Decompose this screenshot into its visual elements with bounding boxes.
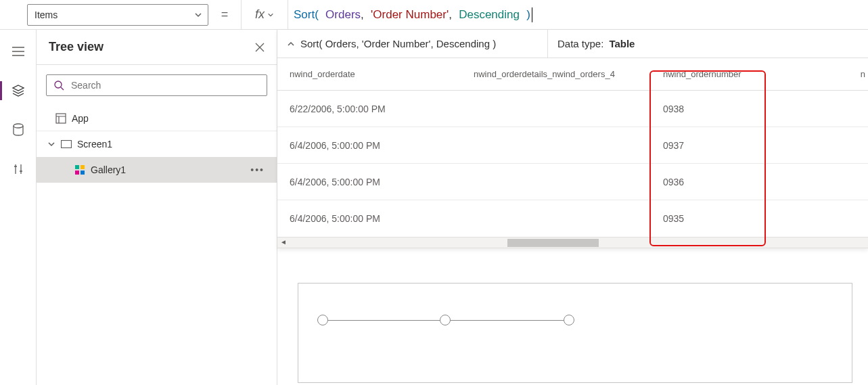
- tree-item-label: Gallery1: [91, 164, 126, 175]
- close-icon[interactable]: [255, 43, 265, 52]
- result-grid-header: nwind_orderdate nwind_orderdetails_nwind…: [277, 58, 868, 91]
- tree-item-label: Screen1: [77, 139, 112, 150]
- resize-handle[interactable]: [317, 315, 328, 325]
- formula-token-arg2: 'Order Number': [371, 8, 449, 22]
- fx-button[interactable]: fx: [241, 0, 288, 30]
- layers-icon: [11, 83, 26, 98]
- svg-rect-4: [75, 165, 79, 169]
- tree-item-gallery[interactable]: Gallery1 •••: [37, 157, 277, 183]
- gallery-control[interactable]: [298, 283, 852, 383]
- equals-label: =: [208, 7, 241, 22]
- column-header[interactable]: nwind_orderdetails_nwind_orders_4: [474, 69, 649, 79]
- table-row[interactable]: 6/4/2006, 5:00:00 PM 0935: [277, 200, 868, 237]
- property-dropdown[interactable]: Items: [27, 4, 208, 26]
- cell-date: 6/4/2006, 5:00:00 PM: [277, 140, 474, 151]
- cell-num: 0937: [649, 140, 758, 151]
- svg-point-0: [14, 124, 23, 128]
- rail-data[interactable]: [0, 118, 37, 142]
- table-row[interactable]: 6/22/2006, 5:00:00 PM 0938: [277, 91, 868, 127]
- chevron-down-icon: [267, 12, 274, 18]
- search-icon: [53, 80, 64, 91]
- screen-icon: [61, 140, 72, 148]
- svg-rect-3: [62, 141, 72, 148]
- app-icon: [55, 113, 66, 124]
- more-icon[interactable]: •••: [250, 164, 265, 175]
- result-summary-text: Sort( Orders, 'Order Number', Descending…: [300, 38, 496, 49]
- rail-tree-view[interactable]: [0, 78, 37, 103]
- resize-handle[interactable]: [440, 315, 451, 325]
- search-field[interactable]: [71, 80, 260, 91]
- scrollbar-thumb[interactable]: [507, 239, 599, 247]
- tree-view-header: Tree view: [37, 30, 277, 65]
- svg-rect-2: [56, 114, 66, 123]
- resize-handle[interactable]: [564, 315, 574, 325]
- tools-icon: [11, 162, 26, 177]
- svg-rect-7: [81, 171, 85, 175]
- cell-num: 0936: [649, 177, 758, 187]
- formula-token-fn: Sort: [294, 8, 315, 22]
- datatype-value: Table: [609, 38, 635, 49]
- datatype-label: Data type:: [557, 38, 603, 49]
- tree-item-screen[interactable]: Screen1: [37, 131, 277, 157]
- hamburger-icon: [11, 44, 26, 59]
- chevron-down-icon: [194, 11, 202, 19]
- search-input[interactable]: [46, 74, 267, 96]
- tree-view-panel: Tree view App: [37, 30, 277, 385]
- canvas: Sort( Orders, 'Order Number', Descending…: [277, 30, 868, 385]
- column-header[interactable]: nwind_ordernumber: [649, 69, 758, 79]
- cell-num: 0938: [649, 104, 758, 114]
- svg-rect-6: [75, 171, 79, 175]
- cell-num: 0935: [649, 213, 758, 224]
- cell-date: 6/4/2006, 5:00:00 PM: [277, 213, 474, 224]
- database-icon: [11, 122, 26, 137]
- svg-point-1: [55, 81, 62, 88]
- property-dropdown-value: Items: [35, 9, 58, 20]
- table-row[interactable]: 6/4/2006, 5:00:00 PM 0937: [277, 127, 868, 164]
- scroll-left-icon[interactable]: ◄: [280, 238, 287, 246]
- left-rail: [0, 30, 37, 385]
- formula-token-arg3: Descending: [459, 8, 520, 22]
- table-row[interactable]: 6/4/2006, 5:00:00 PM 0936: [277, 164, 868, 200]
- result-summary-cell[interactable]: Sort( Orders, 'Order Number', Descending…: [277, 30, 548, 58]
- formula-result-pane: Sort( Orders, 'Order Number', Descending…: [277, 30, 868, 248]
- horizontal-scrollbar[interactable]: ◄: [277, 237, 868, 248]
- column-header[interactable]: nwind_orderdate: [277, 69, 474, 79]
- tree-item-app[interactable]: App: [37, 106, 277, 131]
- rail-hamburger[interactable]: [0, 39, 37, 64]
- text-cursor: [532, 7, 532, 22]
- formula-input[interactable]: Sort( Orders, 'Order Number', Descending…: [288, 0, 868, 30]
- svg-rect-5: [81, 165, 85, 169]
- fx-label: fx: [255, 7, 265, 22]
- rail-tools[interactable]: [0, 157, 37, 181]
- chevron-up-icon: [287, 40, 295, 48]
- result-datatype-cell: Data type: Table: [548, 30, 644, 58]
- cell-date: 6/22/2006, 5:00:00 PM: [277, 104, 474, 114]
- formula-token-arg1: Orders: [325, 8, 361, 22]
- tree-view-title: Tree view: [49, 40, 104, 54]
- tree-item-label: App: [72, 113, 89, 124]
- gallery-icon: [74, 164, 85, 175]
- column-header[interactable]: n: [758, 69, 868, 79]
- chevron-down-icon: [47, 140, 55, 148]
- cell-date: 6/4/2006, 5:00:00 PM: [277, 177, 474, 187]
- formula-bar: Items = fx Sort( Orders, 'Order Number',…: [0, 0, 868, 30]
